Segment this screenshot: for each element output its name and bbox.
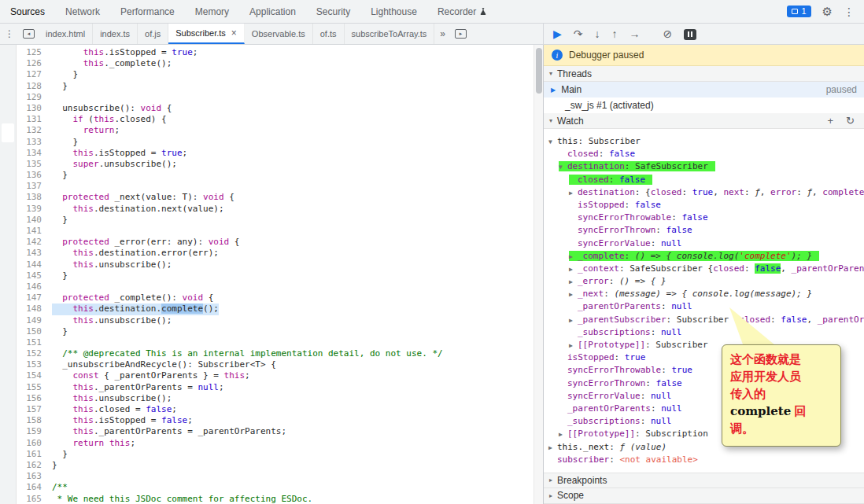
line-number[interactable]: 165 — [17, 494, 42, 504]
chevron-down-icon[interactable]: ▼ — [559, 161, 567, 173]
scope-section-header[interactable]: ▸ Scope — [544, 488, 864, 504]
watch-row-_parentOrParents[interactable]: _parentOrParents: null — [544, 300, 864, 313]
line-number[interactable]: 141 — [17, 226, 42, 237]
line-number[interactable]: 136 — [17, 170, 42, 181]
step-icon[interactable]: → — [630, 28, 641, 39]
watch-row-syncErrorThrowable[interactable]: syncErrorThrowable: false — [544, 212, 864, 224]
resume-icon[interactable]: ▶ — [553, 28, 562, 39]
close-tab-icon[interactable]: × — [231, 28, 237, 39]
toggle-navigator-icon[interactable]: ◂ — [23, 29, 35, 39]
watch-row-_next[interactable]: ▶_next: (message) => { console.log(messa… — [544, 288, 864, 300]
line-number[interactable]: 131 — [17, 114, 42, 125]
chevron-right-icon[interactable]: ▶ — [559, 429, 567, 440]
line-number[interactable]: 148 — [17, 304, 42, 315]
line-number[interactable]: 135 — [17, 159, 42, 170]
line-number[interactable]: 164 — [17, 482, 42, 493]
threads-section-header[interactable]: ▾ Threads — [544, 66, 864, 82]
line-number[interactable]: 133 — [17, 137, 42, 148]
file-tab-observable.ts[interactable]: Observable.ts — [245, 24, 313, 44]
code-line[interactable]: this.isStopped = true; — [52, 148, 543, 159]
code-line[interactable] — [52, 181, 543, 192]
code-line[interactable] — [52, 471, 543, 482]
watch-row-_complete[interactable]: ▶_complete: () => { console.log('complet… — [544, 250, 864, 263]
watch-row-closed[interactable]: closed: false — [544, 148, 864, 160]
watch-row-_context[interactable]: ▶_context: SafeSubscriber {closed: false… — [544, 263, 864, 275]
line-number[interactable]: 149 — [17, 315, 42, 326]
code-line[interactable]: this._complete(); — [52, 58, 543, 69]
code-line[interactable]: this.destination.next(value); — [52, 204, 543, 215]
line-number[interactable]: 140 — [17, 215, 42, 226]
line-number[interactable]: 146 — [17, 281, 42, 292]
chevron-right-icon[interactable]: ▶ — [569, 315, 578, 326]
toggle-debugger-panel-icon[interactable]: ▸ — [455, 29, 467, 39]
code-line[interactable]: this.isStopped = true; — [52, 47, 543, 58]
line-number[interactable]: 150 — [17, 326, 42, 337]
issues-badge[interactable]: 1 — [787, 6, 810, 17]
chevron-right-icon[interactable]: ▶ — [569, 276, 578, 288]
refresh-watch-icon[interactable]: ↻ — [842, 115, 858, 127]
panel-tab-network[interactable]: Network — [55, 0, 110, 23]
more-menu-icon[interactable]: ⋮ — [0, 28, 19, 39]
code-line[interactable]: } — [52, 81, 543, 92]
panel-tab-sources[interactable]: Sources — [0, 0, 55, 23]
breakpoints-section-header[interactable]: ▸ Breakpoints — [544, 473, 864, 488]
code-line[interactable] — [52, 337, 543, 348]
panel-tab-recorder[interactable]: Recorder — [427, 0, 497, 23]
step-over-icon[interactable]: ↷ — [574, 28, 583, 39]
panel-tab-security[interactable]: Security — [306, 0, 360, 23]
file-tab-subscriber.ts[interactable]: Subscriber.ts× — [168, 24, 245, 44]
settings-gear-icon[interactable]: ⚙ — [822, 5, 833, 19]
line-number[interactable]: 126 — [17, 58, 42, 69]
code-line[interactable]: this.unsubscribe(); — [52, 259, 543, 270]
file-tab-subscribetoarray.ts[interactable]: subscribeToArray.ts — [345, 24, 435, 44]
watch-row-syncErrorValue[interactable]: syncErrorValue: null — [544, 237, 864, 250]
watch-row-closed[interactable]: closed: false — [544, 174, 864, 186]
code-line[interactable] — [52, 92, 543, 103]
line-number[interactable]: 125 — [17, 47, 42, 58]
chevron-down-icon[interactable]: ▼ — [548, 136, 557, 148]
line-number[interactable]: 156 — [17, 393, 42, 404]
chevron-right-icon[interactable]: ▶ — [569, 251, 578, 263]
code-line[interactable]: protected _complete(): void { — [52, 292, 543, 304]
add-watch-icon[interactable]: + — [824, 115, 838, 127]
code-line[interactable]: this._parentOrParents = _parentOrParents… — [52, 426, 543, 437]
code-line[interactable]: /** @deprecated This is an internal impl… — [52, 348, 543, 359]
code-line[interactable]: return this; — [52, 438, 543, 449]
more-options-icon[interactable]: ⋮ — [844, 6, 855, 18]
line-number[interactable]: 128 — [17, 81, 42, 92]
line-number[interactable]: 143 — [17, 248, 42, 259]
line-number[interactable]: 144 — [17, 259, 42, 270]
panel-tab-application[interactable]: Application — [239, 0, 306, 23]
watch-row-_subscriptions[interactable]: _subscriptions: null — [544, 326, 864, 339]
line-number[interactable]: 160 — [17, 438, 42, 449]
pause-on-exceptions-icon[interactable] — [684, 28, 696, 40]
current-execution-line[interactable]: this.destination.complete(); — [52, 304, 543, 315]
panel-tab-performance[interactable]: Performance — [110, 0, 185, 23]
line-number[interactable]: 129 — [17, 92, 42, 103]
code-line[interactable]: super.unsubscribe(); — [52, 159, 543, 170]
line-number[interactable]: 127 — [17, 69, 42, 80]
watch-row-this[interactable]: ▼this: Subscriber — [544, 135, 864, 148]
code-line[interactable]: } — [52, 215, 543, 226]
watch-row-syncErrorThrown[interactable]: syncErrorThrown: false — [544, 224, 864, 237]
code-line[interactable]: } — [52, 326, 543, 337]
watch-row-destination[interactable]: ▼destination: SafeSubscriber — [544, 160, 864, 173]
thread-row[interactable]: ▶Mainpaused — [544, 82, 864, 97]
line-number[interactable]: 162 — [17, 460, 42, 471]
line-number[interactable]: 145 — [17, 270, 42, 281]
code-line[interactable]: protected _next(value: T): void { — [52, 192, 543, 203]
line-number[interactable]: 147 — [17, 292, 42, 304]
watch-row-_error[interactable]: ▶_error: () => { } — [544, 275, 864, 288]
line-number[interactable]: 155 — [17, 382, 42, 393]
line-number[interactable]: 142 — [17, 237, 42, 248]
line-number[interactable]: 158 — [17, 415, 42, 426]
line-number[interactable]: 137 — [17, 181, 42, 192]
panel-tab-memory[interactable]: Memory — [185, 0, 239, 23]
code-line[interactable]: return; — [52, 125, 543, 136]
code-line[interactable]: } — [52, 460, 543, 471]
code-line[interactable]: unsubscribe(): void { — [52, 103, 543, 114]
line-number[interactable]: 159 — [17, 426, 42, 437]
file-tab-of.js[interactable]: of.js — [138, 24, 168, 44]
line-number[interactable]: 152 — [17, 348, 42, 359]
line-number[interactable]: 130 — [17, 103, 42, 114]
